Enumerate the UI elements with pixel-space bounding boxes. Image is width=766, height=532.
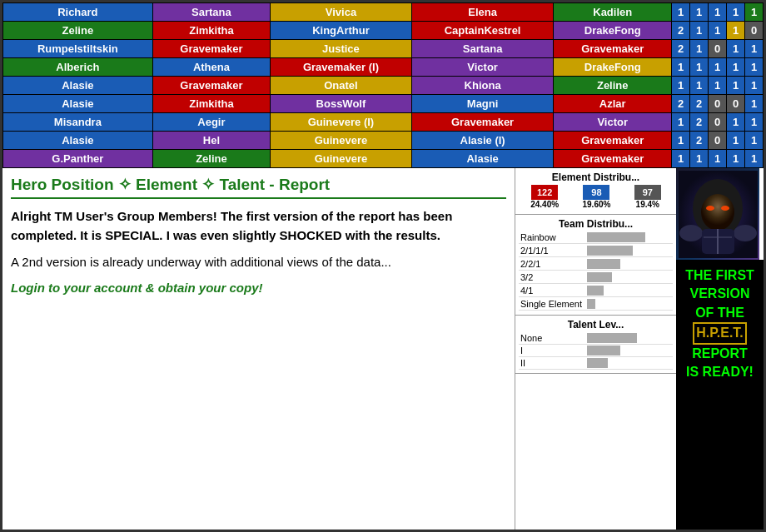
element-bars: 12224.40%9819.60%9719.4% — [519, 185, 673, 209]
talent-row: II — [519, 357, 673, 370]
svg-point-5 — [679, 225, 703, 241]
table-cell: 2 — [690, 113, 709, 132]
table-cell: Aegir — [152, 113, 271, 132]
table-cell: 1 — [709, 58, 727, 77]
talent-rows: NoneIII — [519, 332, 673, 370]
table-cell: Vivica — [271, 3, 412, 22]
table-cell: BossWolf — [271, 95, 412, 113]
table-cell: 1 — [709, 3, 727, 22]
element-bar: 9819.60% — [582, 185, 610, 209]
table-cell: Zeline — [3, 22, 153, 40]
stats-panel: Element Distribu... 12224.40%9819.60%971… — [515, 168, 676, 530]
element-dist-section: Element Distribu... 12224.40%9819.60%971… — [515, 168, 676, 215]
table-cell: 2 — [672, 40, 690, 58]
table-cell: Kadilen — [554, 3, 672, 22]
table-cell: Guinevere — [271, 150, 412, 168]
table-cell: 0 — [709, 113, 727, 132]
table-cell: Alasie (I) — [411, 132, 554, 150]
team-dist-row: Rainbow — [519, 231, 673, 244]
hero-table: RichardSartanaVivicaElenaKadilen11111Zel… — [2, 2, 764, 168]
table-cell: 1 — [727, 113, 745, 132]
element-dist-title: Element Distribu... — [519, 172, 673, 183]
hero-image — [676, 168, 759, 260]
table-cell: 1 — [745, 3, 764, 22]
table-cell: Alasie — [3, 95, 153, 113]
team-dist-row: 2/2/1 — [519, 258, 673, 271]
talent-lev-section: Talent Lev... NoneIII — [515, 316, 676, 374]
talent-row: I — [519, 345, 673, 357]
team-dist-row: 3/2 — [519, 271, 673, 284]
team-dist-row: Single Element — [519, 298, 673, 311]
table-cell: Guinevere — [271, 132, 412, 150]
table-cell: 1 — [727, 132, 745, 150]
table-cell: 0 — [709, 40, 727, 58]
report-body: Alright TM User's Group Members! The fir… — [11, 207, 506, 245]
table-cell: 1 — [672, 3, 690, 22]
table-cell: 1 — [727, 150, 745, 168]
ann-highlight: H.P.E.T. — [693, 322, 747, 344]
table-cell: 1 — [745, 132, 764, 150]
table-cell: DrakeFong — [554, 22, 672, 40]
report-login: Login to your account & obtain your copy… — [11, 281, 506, 295]
table-cell: Alberich — [3, 58, 153, 77]
table-cell: Athena — [152, 58, 271, 77]
table-cell: Gravemaker — [554, 40, 672, 58]
table-cell: 1 — [745, 150, 764, 168]
team-dist-row: 2/1/1/1 — [519, 245, 673, 257]
table-cell: Gravemaker — [554, 132, 672, 150]
table-cell: Alasie — [3, 132, 153, 150]
table-cell: 1 — [727, 77, 745, 95]
report-body2: A 2nd version is already underway with a… — [11, 253, 506, 272]
table-cell: Rumpelstiltskin — [3, 40, 153, 58]
table-cell: 0 — [709, 132, 727, 150]
talent-row: None — [519, 332, 673, 345]
element-bar: 12224.40% — [530, 185, 559, 209]
table-cell: 1 — [690, 150, 709, 168]
table-cell: Onatel — [271, 77, 412, 95]
table-cell: Gravemaker — [411, 113, 554, 132]
table-cell: KingArthur — [271, 22, 412, 40]
element-bar: 9719.4% — [634, 185, 661, 209]
ann-line4: REPORT — [692, 346, 748, 360]
table-cell: Victor — [411, 58, 554, 77]
table-cell: 1 — [745, 95, 764, 113]
table-cell: Gravemaker — [152, 77, 271, 95]
table-cell: Sartana — [411, 40, 554, 58]
report-title: Hero Position ✧ Element ✧ Talent - Repor… — [11, 175, 506, 199]
ann-line2: VERSION — [689, 286, 749, 301]
table-cell: Magni — [411, 95, 554, 113]
team-dist-section: Team Distribu... Rainbow2/1/1/12/2/13/24… — [515, 215, 676, 316]
table-cell: 2 — [690, 132, 709, 150]
table-cell: Justice — [271, 40, 412, 58]
svg-point-3 — [706, 206, 714, 211]
table-cell: DrakeFong — [554, 58, 672, 77]
table-cell: 1 — [745, 113, 764, 132]
table-cell: Elena — [411, 3, 554, 22]
table-cell: Alasie — [411, 150, 554, 168]
table-cell: 2 — [672, 22, 690, 40]
table-cell: 1 — [745, 58, 764, 77]
table-cell: 2 — [672, 95, 690, 113]
svg-point-6 — [734, 225, 757, 241]
table-cell: 1 — [690, 3, 709, 22]
table-cell: 1 — [727, 40, 745, 58]
table-cell: Guinevere (I) — [271, 113, 412, 132]
table-cell: 1 — [672, 58, 690, 77]
table-cell: Hel — [152, 132, 271, 150]
table-cell: 0 — [709, 95, 727, 113]
table-cell: 1 — [672, 77, 690, 95]
table-cell: 1 — [690, 22, 709, 40]
ann-line5: IS READY! — [686, 365, 754, 379]
right-panel: Element Distribu... 12224.40%9819.60%971… — [515, 168, 764, 530]
table-cell: 0 — [727, 95, 745, 113]
table-cell: Victor — [554, 113, 672, 132]
table-cell: 1 — [709, 150, 727, 168]
table-cell: G.Panther — [3, 150, 153, 168]
table-cell: 1 — [745, 77, 764, 95]
table-cell: 1 — [727, 58, 745, 77]
table-cell: Gravemaker — [152, 40, 271, 58]
table-cell: 1 — [727, 22, 745, 40]
table-cell: Sartana — [152, 3, 271, 22]
report-section: Hero Position ✧ Element ✧ Talent - Repor… — [2, 168, 515, 530]
table-cell: 1 — [672, 132, 690, 150]
